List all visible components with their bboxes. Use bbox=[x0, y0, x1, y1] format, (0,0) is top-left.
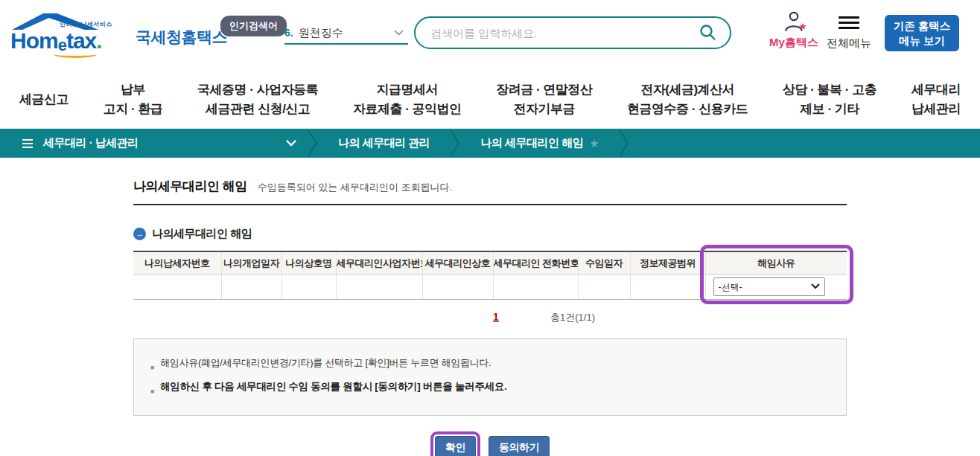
legacy-button-line2: 메뉴 보기 bbox=[899, 35, 945, 47]
favorite-star-icon[interactable]: ★ bbox=[589, 137, 599, 150]
breadcrumb-level2-current[interactable]: 나의 세무대리인 해임 ★ bbox=[461, 129, 618, 158]
hometax-logo-mark: 인터넷 납세서비스 Hometax. bbox=[10, 12, 128, 54]
dismissal-reason-select[interactable]: -선택- bbox=[713, 277, 825, 296]
popular-keyword-dropdown[interactable]: 6. 원천징수 bbox=[284, 22, 408, 45]
agree-button[interactable]: 동의하기 bbox=[489, 436, 550, 456]
pagination: 1 총1건(1/1) bbox=[133, 311, 847, 327]
dismissal-reason-select-wrap: -선택- bbox=[713, 277, 825, 296]
my-hometax-button[interactable]: ★ My홈택스 bbox=[769, 10, 818, 50]
search-icon bbox=[699, 23, 716, 41]
pagination-page-1[interactable]: 1 bbox=[493, 311, 499, 323]
chevron-down-icon bbox=[286, 140, 296, 147]
hamburger-menu-icon bbox=[839, 13, 859, 32]
col-my-business-name: 나의상호명 bbox=[281, 251, 336, 274]
my-hometax-icon-wrap: ★ bbox=[783, 10, 805, 33]
breadcrumb-separator bbox=[307, 129, 319, 158]
nav-item-tax-agent[interactable]: 세무대리납세관리 bbox=[911, 80, 961, 119]
page-title-row: 나의세무대리인 해임 수임등록되어 있는 세무대리인이 조회됩니다. bbox=[133, 178, 847, 205]
search-input[interactable] bbox=[430, 27, 697, 39]
nav-item-certificates[interactable]: 국세증명 · 사업자등록세금관련 신청/신고 bbox=[197, 80, 318, 119]
nav-item-statements[interactable]: 지급명세서자료제출 · 공익법인 bbox=[353, 80, 462, 119]
logo-tagline: 인터넷 납세서비스 bbox=[60, 20, 112, 28]
logo-wordmark: Hometax. bbox=[10, 28, 102, 54]
col-agent-business-number: 세무대리인사업자번호 bbox=[336, 251, 422, 274]
notice-line-1: ■ 해임사유(폐업/세무대리인변경/기타)를 선택하고 [확인]버튼 누르면 해… bbox=[149, 355, 831, 376]
search-button[interactable] bbox=[697, 22, 718, 45]
legacy-hometax-menu-button[interactable]: 기존 홈택스 메뉴 보기 bbox=[885, 15, 959, 51]
all-menu-button[interactable]: 전체메뉴 bbox=[827, 13, 871, 51]
menu-list-icon bbox=[22, 137, 33, 150]
table-header-row: 나의납세자번호 나의개업일자 나의상호명 세무대리인사업자번호 세무대리인상호 … bbox=[133, 251, 847, 274]
section-title: 나의세무대리인 해임 bbox=[152, 227, 252, 241]
col-dismissal-reason: 해임사유 bbox=[705, 251, 847, 274]
bullet-icon: ■ bbox=[150, 359, 154, 376]
breadcrumb-separator bbox=[449, 129, 461, 158]
pagination-total: 총1건(1/1) bbox=[550, 311, 595, 324]
nav-item-payment[interactable]: 납부고지 · 환급 bbox=[104, 80, 163, 119]
keyword-text: 원천징수 bbox=[299, 26, 343, 40]
bullet-icon: ■ bbox=[150, 383, 154, 399]
nav-item-e-invoice[interactable]: 전자(세금)계산서현금영수증 · 신용카드 bbox=[627, 80, 748, 119]
notice-box: ■ 해임사유(폐업/세무대리인변경/기타)를 선택하고 [확인]버튼 누르면 해… bbox=[133, 338, 847, 416]
col-my-opening-date: 나의개업일자 bbox=[221, 251, 281, 274]
cell-engagement-date bbox=[578, 274, 630, 299]
breadcrumb-separator bbox=[618, 129, 630, 158]
site-header: 인터넷 납세서비스 Hometax. 국세청홈택스 인기검색어 6. 원천징수 … bbox=[0, 0, 980, 71]
tax-agent-table: 나의납세자번호 나의개업일자 나의상호명 세무대리인사업자번호 세무대리인상호 … bbox=[133, 251, 847, 300]
cell-agent-name bbox=[422, 274, 493, 299]
cell-info-scope bbox=[630, 274, 705, 299]
col-info-scope: 정보제공범위 bbox=[630, 251, 705, 274]
dismissal-table-wrap: 나의납세자번호 나의개업일자 나의상호명 세무대리인사업자번호 세무대리인상호 … bbox=[133, 251, 847, 300]
page-subtitle: 수임등록되어 있는 세무대리인이 조회됩니다. bbox=[258, 181, 452, 194]
confirm-button-highlight: 확인 bbox=[430, 431, 480, 456]
cell-my-taxpayer-number bbox=[133, 274, 221, 299]
arrow-circle-icon: → bbox=[133, 228, 146, 240]
legacy-button-line1: 기존 홈택스 bbox=[894, 20, 951, 32]
nav-item-tax-report[interactable]: 세금신고 bbox=[19, 90, 69, 109]
breadcrumb-root-label: 세무대리 · 납세관리 bbox=[43, 136, 139, 150]
col-my-taxpayer-number: 나의납세자번호 bbox=[133, 251, 221, 274]
breadcrumb-root-menu[interactable]: 세무대리 · 납세관리 bbox=[0, 129, 307, 158]
notice-line-2: ■ 해임하신 후 다음 세무대리인 수임 동의를 원할시 [동의하기] 버튼을 … bbox=[149, 379, 831, 399]
breadcrumb-level1[interactable]: 나의 세무대리 관리 bbox=[319, 129, 449, 158]
page-content: 나의세무대리인 해임 수임등록되어 있는 세무대리인이 조회됩니다. → 나의세… bbox=[133, 178, 847, 456]
my-hometax-label: My홈택스 bbox=[769, 36, 818, 50]
cell-my-opening-date bbox=[221, 274, 281, 299]
cell-dismissal-reason: -선택- bbox=[705, 274, 847, 299]
col-agent-name: 세무대리인상호 bbox=[422, 251, 493, 274]
cell-agent-business-number bbox=[336, 274, 422, 299]
col-agent-phone: 세무대리인 전화번호 bbox=[493, 251, 578, 274]
nav-item-consultation[interactable]: 상담 · 불복 · 고충제보 · 기타 bbox=[783, 80, 876, 119]
confirm-button[interactable]: 확인 bbox=[435, 436, 476, 456]
cell-my-business-name bbox=[281, 274, 336, 299]
page-title: 나의세무대리인 해임 bbox=[133, 178, 247, 195]
search-bar bbox=[414, 16, 731, 49]
cell-agent-phone bbox=[493, 274, 578, 299]
hometax-logo[interactable]: 인터넷 납세서비스 Hometax. 국세청홈택스 bbox=[10, 12, 227, 54]
all-menu-label: 전체메뉴 bbox=[827, 36, 871, 51]
logo-swoosh-decoration bbox=[54, 51, 97, 58]
popular-search-badge: 인기검색어 bbox=[220, 16, 287, 36]
star-icon: ★ bbox=[798, 21, 807, 32]
table-row: -선택- bbox=[133, 274, 847, 299]
chevron-down-icon bbox=[394, 30, 404, 36]
action-buttons: 확인 동의하기 bbox=[133, 431, 847, 456]
col-engagement-date: 수임일자 bbox=[578, 251, 630, 274]
breadcrumb-bar: 세무대리 · 납세관리 나의 세무대리 관리 나의 세무대리인 해임 ★ bbox=[0, 129, 980, 158]
main-navigation: 세금신고 납부고지 · 환급 국세증명 · 사업자등록세금관련 신청/신고 지급… bbox=[0, 71, 980, 129]
keyword-rank: 6. bbox=[284, 27, 293, 39]
nav-item-incentives[interactable]: 장려금 · 연말정산전자기부금 bbox=[496, 80, 592, 119]
section-header: → 나의세무대리인 해임 bbox=[133, 227, 847, 241]
site-name: 국세청홈택스 bbox=[136, 27, 227, 54]
